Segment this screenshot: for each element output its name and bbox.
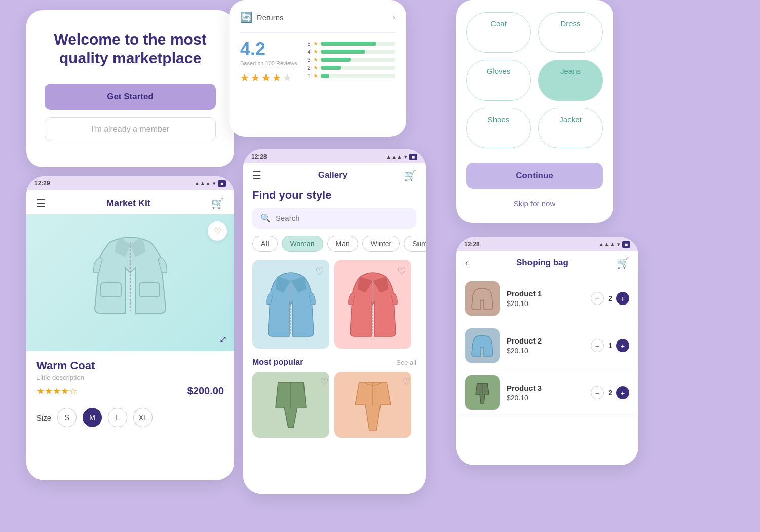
category-dress[interactable]: Dress bbox=[538, 12, 603, 53]
green-pants-svg bbox=[268, 377, 314, 433]
bag-item-2-minus[interactable]: − bbox=[591, 339, 604, 352]
bag-item-1-minus[interactable]: − bbox=[591, 292, 604, 305]
bag-cart-icon[interactable]: 🛒 bbox=[617, 257, 629, 269]
market-status-icons: ▲▲▲ ▾ ■ bbox=[194, 180, 226, 187]
gallery-product-blue-img: ♡ bbox=[252, 260, 329, 349]
category-grid: Coat Dress Gloves Jeans Shoes Jacket bbox=[466, 12, 603, 148]
bag-item-1-svg bbox=[470, 286, 495, 311]
battery-icon: ■ bbox=[409, 154, 417, 160]
bag-item-3-qty: − 2 + bbox=[591, 386, 629, 399]
reviews-card: 🔄 Returns › 4.2 Based on 100 Reviews ★ ★… bbox=[229, 0, 406, 137]
market-product-image: ♡ ⤢ bbox=[26, 214, 234, 351]
popular-green-img: ♡ bbox=[252, 372, 329, 438]
signal-icon: ▲▲▲ bbox=[386, 154, 402, 160]
wifi-icon: ▾ bbox=[617, 241, 620, 248]
peach-pants-svg bbox=[350, 377, 396, 433]
size-l[interactable]: L bbox=[108, 408, 127, 427]
bag-item-1-info: Product 1 $20.10 bbox=[507, 289, 584, 308]
returns-chevron-icon[interactable]: › bbox=[393, 13, 395, 22]
market-product-name: Warm Coat bbox=[36, 359, 224, 372]
gallery-menu-icon[interactable]: ☰ bbox=[252, 169, 261, 181]
popular-peach-img: ♡ bbox=[334, 372, 411, 438]
rating-stars: ★ ★ ★ ★ ★ bbox=[240, 71, 297, 84]
wifi-icon: ▾ bbox=[404, 154, 407, 160]
category-jeans[interactable]: Jeans bbox=[538, 60, 603, 100]
bag-status-icons: ▲▲▲ ▾ ■ bbox=[598, 241, 630, 248]
signal-icon: ▲▲▲ bbox=[194, 180, 211, 186]
bag-item-2-count: 1 bbox=[608, 341, 612, 350]
filter-winter[interactable]: Winter bbox=[362, 236, 400, 252]
market-cart-icon[interactable]: 🛒 bbox=[211, 197, 224, 209]
gallery-product-pink: ♡ bbox=[334, 260, 414, 349]
bag-item-2-image bbox=[465, 328, 500, 363]
filter-woman[interactable]: Woman bbox=[282, 236, 323, 252]
bag-header: ‹ Shoping bag 🛒 bbox=[456, 251, 638, 275]
gallery-phone: 12:28 ▲▲▲ ▾ ■ ☰ Gallery 🛒 Find your styl… bbox=[243, 149, 426, 494]
see-all-button[interactable]: See all bbox=[396, 359, 416, 366]
bag-item-3-image bbox=[465, 375, 500, 410]
gallery-product-grid: ♡ ♡ bbox=[243, 260, 426, 351]
market-size-label: Size bbox=[36, 413, 51, 422]
bag-item-2-svg bbox=[470, 333, 495, 358]
bag-title: Shoping bag bbox=[516, 258, 568, 268]
get-started-button[interactable]: Get Started bbox=[45, 84, 216, 110]
rating-bars: 5★ 4★ 3★ 2★ 1★ bbox=[306, 40, 395, 81]
gallery-notch: 12:28 ▲▲▲ ▾ ■ bbox=[243, 149, 426, 163]
size-s[interactable]: S bbox=[57, 408, 77, 427]
bag-item-3-plus[interactable]: + bbox=[616, 386, 629, 399]
already-member-button[interactable]: I'm already a member bbox=[45, 117, 216, 141]
gallery-search-bar[interactable]: 🔍 bbox=[252, 208, 416, 229]
bag-item-3: Product 3 $20.10 − 2 + bbox=[456, 369, 638, 416]
bag-item-1-qty: − 2 + bbox=[591, 292, 629, 305]
bag-item-1: Product 1 $20.10 − 2 + bbox=[456, 275, 638, 322]
bag-item-2-info: Product 2 $20.10 bbox=[507, 336, 584, 355]
welcome-card: Welcome to the most quality marketplace … bbox=[26, 10, 234, 167]
bag-item-3-minus[interactable]: − bbox=[591, 386, 604, 399]
welcome-title: Welcome to the most quality marketplace bbox=[45, 30, 216, 67]
battery-icon: ■ bbox=[218, 180, 226, 187]
blue-jacket-svg bbox=[263, 267, 319, 343]
popular-green-wishlist[interactable]: ♡ bbox=[320, 376, 328, 387]
category-jacket[interactable]: Jacket bbox=[538, 108, 603, 148]
bag-item-1-name: Product 1 bbox=[507, 289, 584, 298]
market-wishlist-button[interactable]: ♡ bbox=[208, 221, 227, 241]
based-on-label: Based on 100 Reviews bbox=[240, 60, 297, 66]
size-m[interactable]: M bbox=[83, 408, 102, 427]
continue-button[interactable]: Continue bbox=[466, 163, 603, 189]
market-product-stars: ★★★★☆ bbox=[36, 386, 77, 397]
bag-item-2-plus[interactable]: + bbox=[616, 339, 629, 352]
gallery-product-blue: ♡ bbox=[252, 260, 332, 349]
category-shoes[interactable]: Shoes bbox=[466, 108, 531, 148]
bag-item-3-name: Product 3 bbox=[507, 384, 584, 392]
category-coat[interactable]: Coat bbox=[466, 12, 531, 53]
gallery-search-input[interactable] bbox=[276, 214, 408, 222]
bag-item-2-name: Product 2 bbox=[507, 336, 584, 345]
bag-item-1-price: $20.10 bbox=[507, 299, 584, 308]
market-menu-icon[interactable]: ☰ bbox=[36, 197, 46, 209]
market-expand-button[interactable]: ⤢ bbox=[219, 334, 227, 345]
bag-item-1-count: 2 bbox=[608, 294, 612, 302]
signal-icon: ▲▲▲ bbox=[598, 241, 615, 247]
gallery-status-icons: ▲▲▲ ▾ ■ bbox=[386, 154, 417, 160]
market-stars-price: ★★★★☆ $200.00 bbox=[36, 385, 224, 397]
gallery-blue-wishlist[interactable]: ♡ bbox=[315, 265, 324, 277]
skip-button[interactable]: Skip for now bbox=[466, 196, 603, 211]
market-size-selector: Size S M L XL bbox=[26, 402, 234, 427]
gallery-pink-wishlist[interactable]: ♡ bbox=[397, 265, 406, 277]
popular-peach-wishlist[interactable]: ♡ bbox=[402, 376, 410, 387]
gallery-header: ☰ Gallery 🛒 bbox=[243, 163, 426, 186]
bag-item-1-plus[interactable]: + bbox=[616, 292, 629, 305]
market-title: Market Kit bbox=[106, 198, 150, 209]
gallery-cart-icon[interactable]: 🛒 bbox=[404, 169, 416, 181]
bag-item-3-price: $20.10 bbox=[507, 394, 584, 402]
size-xl[interactable]: XL bbox=[133, 408, 153, 427]
filter-man[interactable]: Man bbox=[327, 236, 358, 252]
bag-back-button[interactable]: ‹ bbox=[465, 258, 468, 269]
filter-all[interactable]: All bbox=[252, 236, 278, 252]
gallery-time: 12:28 bbox=[251, 153, 267, 160]
market-header: ☰ Market Kit 🛒 bbox=[26, 190, 234, 214]
categories-card: Coat Dress Gloves Jeans Shoes Jacket Con… bbox=[456, 0, 613, 223]
filter-summer[interactable]: Sum... bbox=[404, 236, 426, 252]
market-product-price: $200.00 bbox=[187, 385, 224, 397]
category-gloves[interactable]: Gloves bbox=[466, 60, 531, 100]
